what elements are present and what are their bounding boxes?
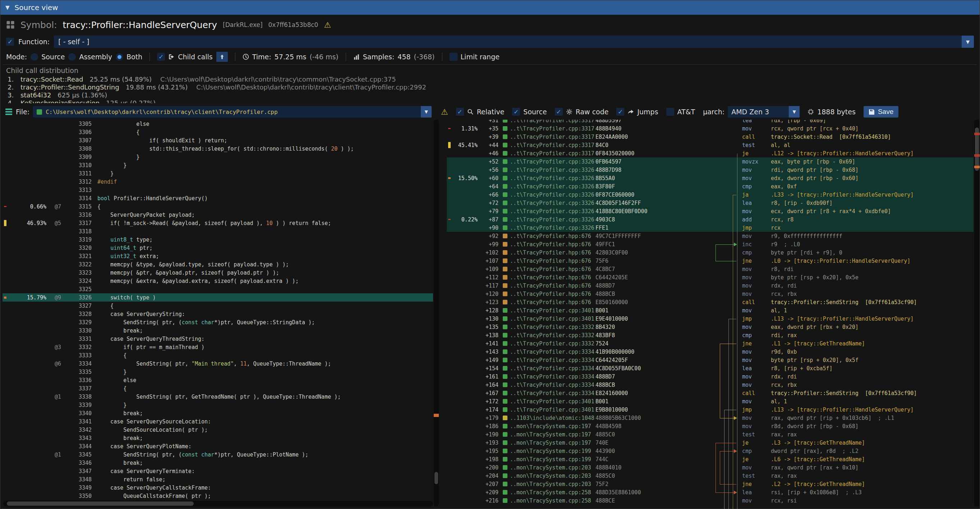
asm-line[interactable]: +195..mon\TracySystem.cpp:199443900cmpdw… (447, 447, 974, 455)
source-line[interactable]: @63334 SendString( ptr, "Main thread", 1… (3, 359, 433, 368)
asm-line[interactable]: +52..t\TracyProfiler.cpp:33260FB64597mov… (447, 157, 974, 166)
file-combo[interactable]: C:\Users\wolf\Desktop\darkrl\contrib\tra… (33, 106, 431, 118)
asm-line[interactable]: +154..t\TracyProfiler.cpp:33344C8D055FBA… (447, 364, 974, 372)
source-line[interactable]: 3325 (3, 285, 433, 293)
source-line[interactable]: 3344 case ServerQueryPlotName: (3, 442, 433, 450)
scrollbar-thumb[interactable] (7, 501, 194, 506)
source-line[interactable]: @13345 SendString( ptr, (const char*)ptr… (3, 450, 433, 459)
asm-line[interactable]: +179..1103\include\atomic:1048488B05B63C… (447, 414, 974, 422)
source-line[interactable]: 3339 } (3, 401, 433, 409)
source-line[interactable]: 3322 memcpy( &type, &payload.type, sizeo… (3, 260, 433, 269)
asm-line[interactable]: +198..mon\TracySystem.cpp:199744Cje.L6 -… (447, 455, 974, 463)
asm-line[interactable]: +167..t\TracyProfiler.cpp:3334E824160000… (447, 389, 974, 397)
asm-line[interactable]: +161..t\TracyProfiler.cpp:3334488BD7movr… (447, 372, 974, 381)
asm-line[interactable]: +46..t\TracyProfiler.cpp:33170F843502000… (447, 149, 974, 157)
source-line[interactable]: 3305 else (3, 120, 433, 128)
scrollbar-thumb[interactable] (434, 472, 438, 484)
source-line[interactable]: 3336 else (3, 376, 433, 384)
source-horizontal-scrollbar[interactable] (3, 501, 433, 506)
asm-line[interactable]: +112..t\TracyProfiler.hpp:676C64424205Em… (447, 273, 974, 282)
source-line[interactable]: 3308 std::this_thread::sleep_for( std::c… (3, 145, 433, 153)
source-line[interactable]: 3323 memcpy( &ptr, &payload.ptr, sizeof(… (3, 269, 433, 277)
asm-line[interactable]: +109..t\TracyProfiler.hpp:6764C8BC7movr8… (447, 265, 974, 273)
radio-assembly[interactable]: Assembly (68, 53, 112, 61)
source-vertical-scrollbar[interactable] (434, 120, 439, 506)
asm-line[interactable]: +31..t\TracyProfiler.cpp:3317488D5597lea… (447, 120, 974, 124)
source-line[interactable]: 3312#endif (3, 178, 433, 186)
asm-line[interactable]: +138..t\TracyProfiler.cpp:3332483BF8cmpr… (447, 331, 974, 339)
asm-line[interactable]: +135..t\TracyProfiler.cpp:33328B4320move… (447, 323, 974, 331)
asm-line[interactable]: +99..t\TracyProfiler.hpp:67649FFC1incr9 … (447, 240, 974, 248)
file-list-icon[interactable] (5, 108, 12, 115)
source-line[interactable]: 15.79%@93326 switch( type ) (3, 293, 433, 302)
source-line[interactable]: 46.93%@53317 if( !m_sock->Read( &payload… (3, 219, 433, 227)
asm-line[interactable]: +117..t\TracyProfiler.hpp:676488BD7movrd… (447, 282, 974, 290)
source-line[interactable]: 3348 return false; (3, 475, 433, 484)
asm-line[interactable]: +79..t\TracyProfiler.cpp:3326418B8C80E0B… (447, 207, 974, 215)
child-call-item[interactable]: 2.tracy::Profiler::SendLongString19.88 m… (0, 83, 980, 91)
source-line[interactable]: 3333 { (3, 351, 433, 359)
asm-line[interactable]: +204..mon\TracySystem.cpp:2034885C0testr… (447, 472, 974, 480)
asm-line[interactable]: +92..t\TracyProfiler.hpp:67649C7C1FFFFFF… (447, 232, 974, 240)
source-line[interactable]: @13338 SendString( ptr, GetThreadName( p… (3, 393, 433, 401)
asm-line[interactable]: +123..t\TracyProfiler.hpp:676E850160000c… (447, 298, 974, 306)
jumps-checkbox[interactable]: ✓ Jumps (616, 108, 658, 116)
asm-line[interactable]: 1.31%+35..t\TracyProfiler.cpp:3317488B49… (447, 124, 974, 133)
source-line[interactable]: 3341 case ServerQuerySourceLocation: (3, 417, 433, 426)
asm-line[interactable]: 45.41%+44..t\TracyProfiler.cpp:331784C0t… (447, 141, 974, 149)
asm-line[interactable]: +56..t\TracyProfiler.cpp:3326488B7D98mov… (447, 166, 974, 174)
source-line[interactable]: 3311 } (3, 169, 433, 178)
att-checkbox[interactable]: AT&T (666, 108, 695, 116)
child-call-item[interactable]: 1.tracy::Socket::Read25.25 ms (54.89%)C:… (0, 75, 980, 83)
source-line[interactable]: 3346 break; (3, 459, 433, 467)
asm-line[interactable]: +200..mon\TracySystem.cpp:203488B4010mov… (447, 463, 974, 472)
child-calls-checkbox[interactable]: ✓ Child calls (157, 53, 213, 61)
source-line[interactable]: 3342 SendSourceLocation( ptr ); (3, 426, 433, 434)
asm-line[interactable]: +207..mon\TracySystem.cpp:20375F2jne.L2 … (447, 480, 974, 488)
uarch-combo[interactable]: AMD Zen 3 ▼ (728, 106, 800, 118)
source-line[interactable]: 3343 break; (3, 434, 433, 442)
titlebar[interactable]: ▼ Source view (0, 0, 980, 15)
save-button[interactable]: Save (864, 106, 899, 118)
source-line[interactable]: 0.66%@73315{ (3, 202, 433, 211)
radio-both[interactable]: Both (116, 53, 142, 61)
asm-line[interactable]: +174..t\TracyProfiler.cpp:3401E9B8010000… (447, 406, 974, 414)
source-line[interactable]: 3349 case ServerQueryCallstackFrame: (3, 484, 433, 492)
source-line[interactable]: 3314bool Profiler::HandleServerQuery() (3, 194, 433, 202)
child-call-item[interactable]: 3.stat64i32625 μs (1.36%) (0, 91, 980, 99)
asm-line[interactable]: +39..t\TracyProfiler.cpp:3317E824AA0000c… (447, 133, 974, 141)
source-line[interactable]: 3328 case ServerQueryString: (3, 310, 433, 318)
source-checkbox[interactable]: ✓ Source (512, 108, 547, 116)
asm-line[interactable]: +107..t\TracyProfiler.hpp:67675F6jne.L0 … (447, 257, 974, 265)
asm-line[interactable]: 15.50%+60..t\TracyProfiler.cpp:33268B55A… (447, 174, 974, 182)
source-line[interactable]: 3340 break; (3, 409, 433, 417)
source-line[interactable]: 3347 case ServerQueryTerminate: (3, 467, 433, 475)
source-line[interactable]: 3310 } (3, 161, 433, 169)
asm-line[interactable]: +216..mon\TracySystem.cpp:258488BCEmovrc… (447, 496, 974, 505)
asm-line[interactable]: +102..t\TracyProfiler.hpp:67642803C0F00c… (447, 248, 974, 257)
asm-line[interactable]: 0.22%+87..t\TracyProfiler.cpp:33264903C8… (447, 215, 974, 224)
asm-line[interactable]: +209..mon\TracySystem.cpp:258488D35E8861… (447, 488, 974, 496)
asm-line[interactable]: +164..t\TracyProfiler.cpp:3334488BCBmovr… (447, 381, 974, 389)
child-call-item[interactable]: 4.KeSynchronizeExecution125 μs (0.27%) (0, 99, 980, 103)
source-line[interactable]: 3337 { (3, 384, 433, 393)
source-line[interactable]: 3335 } (3, 368, 433, 376)
asm-line[interactable]: +64..t\TracyProfiler.cpp:332683F80Fcmpea… (447, 182, 974, 191)
asm-line[interactable]: +120..t\TracyProfiler.hpp:676488BCBmovrc… (447, 290, 974, 298)
source-line[interactable]: 3316 ServerQueryPacket payload; (3, 211, 433, 219)
source-line[interactable]: 3321 uint32_t extra; (3, 252, 433, 260)
radio-source[interactable]: Source (30, 53, 65, 61)
asm-line[interactable]: +149..t\TracyProfiler.cpp:3334C64424205F… (447, 356, 974, 364)
asm-line[interactable]: +190..mon\TracySystem.cpp:1974885C0testr… (447, 430, 974, 439)
source-line[interactable]: 3350 QueueCallstackFrame( ptr ); (3, 492, 433, 500)
asm-line[interactable]: +66..t\TracyProfiler.cpp:33260F87CE06000… (447, 191, 974, 199)
propagate-inlines-button[interactable] (216, 52, 228, 62)
collapse-icon[interactable]: ▼ (5, 4, 10, 11)
asm-line[interactable]: +128..t\TracyProfiler.cpp:3401B001moval,… (447, 306, 974, 315)
source-line[interactable]: 3309 } (3, 153, 433, 161)
source-line[interactable]: 3330 break; (3, 326, 433, 335)
source-line[interactable]: 3313 (3, 186, 433, 194)
asm-line[interactable]: +193..mon\TracySystem.cpp:197740Eje.L3 -… (447, 439, 974, 447)
source-line[interactable]: 3319 uint8_t type; (3, 235, 433, 244)
source-line[interactable]: @33332 if( ptr == m_mainThread ) (3, 343, 433, 351)
